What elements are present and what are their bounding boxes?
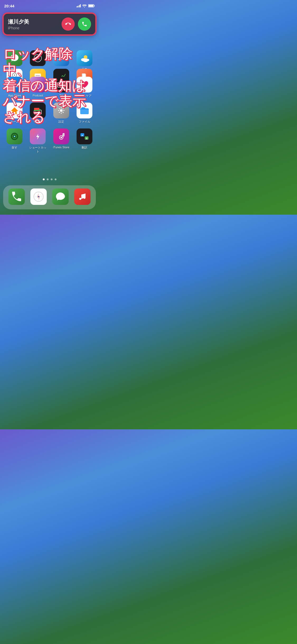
dock-item-messages[interactable] bbox=[52, 188, 69, 206]
status-bar: 20:44 bbox=[0, 0, 99, 12]
app-item-shortcuts[interactable]: ショートカット bbox=[27, 128, 48, 154]
app-item-findmy[interactable]: 探す bbox=[4, 128, 25, 154]
decline-button[interactable] bbox=[62, 17, 75, 31]
app-label-translate: 翻訳 bbox=[82, 146, 87, 150]
svg-rect-2 bbox=[94, 5, 95, 6]
app-label-findmy: 探す bbox=[12, 146, 17, 150]
dock-item-music[interactable] bbox=[74, 188, 91, 206]
translate-icon: A 文 bbox=[79, 131, 90, 142]
itunes-icon bbox=[56, 131, 67, 142]
page-dots bbox=[0, 178, 99, 180]
svg-rect-46 bbox=[63, 134, 63, 137]
overlay-text: ロック解除中、 着信の通知は バナーで表示される bbox=[3, 46, 96, 125]
shortcuts-icon bbox=[32, 131, 43, 142]
phone-icon bbox=[12, 192, 22, 202]
call-info: 瀬川夕美 iPhone bbox=[8, 18, 62, 30]
svg-point-42 bbox=[14, 136, 15, 137]
page-dot-3[interactable] bbox=[51, 178, 53, 180]
call-banner: 瀬川夕美 iPhone bbox=[3, 13, 96, 35]
app-label-shortcuts: ショートカット bbox=[28, 146, 47, 154]
call-buttons bbox=[62, 17, 91, 31]
app-label-itunes: iTunes Store bbox=[53, 146, 69, 149]
svg-rect-1 bbox=[89, 5, 93, 7]
accept-icon bbox=[82, 21, 87, 27]
accept-button[interactable] bbox=[78, 17, 91, 31]
safari-icon bbox=[33, 191, 44, 202]
signal-icon bbox=[77, 4, 81, 7]
wifi-icon bbox=[82, 4, 87, 7]
caller-name: 瀬川夕美 bbox=[8, 18, 62, 25]
decline-icon bbox=[65, 21, 71, 27]
svg-text:A: A bbox=[82, 134, 83, 137]
app-item-itunes[interactable]: iTunes Store bbox=[51, 128, 72, 154]
music-icon bbox=[77, 191, 88, 202]
svg-point-45 bbox=[60, 137, 62, 138]
call-type: iPhone bbox=[8, 26, 62, 30]
overlay-line1: ロック解除中、 bbox=[3, 46, 96, 78]
dock bbox=[3, 185, 96, 209]
svg-text:文: 文 bbox=[86, 137, 88, 140]
messages-icon bbox=[55, 191, 66, 202]
status-time: 20:44 bbox=[4, 4, 14, 8]
app-item-translate[interactable]: A 文 翻訳 bbox=[74, 128, 95, 154]
page-dot-4[interactable] bbox=[55, 178, 56, 180]
overlay-line3: バナーで表示される bbox=[3, 94, 96, 125]
page-dot-2[interactable] bbox=[47, 178, 49, 180]
status-icons bbox=[77, 4, 95, 7]
page-dot-1[interactable] bbox=[43, 178, 45, 180]
svg-point-58 bbox=[38, 196, 39, 197]
dock-item-phone[interactable] bbox=[8, 188, 25, 206]
battery-icon bbox=[88, 4, 95, 7]
overlay-line2: 着信の通知は bbox=[3, 78, 96, 94]
dock-item-safari[interactable] bbox=[30, 188, 47, 206]
findmy-icon bbox=[9, 131, 20, 142]
